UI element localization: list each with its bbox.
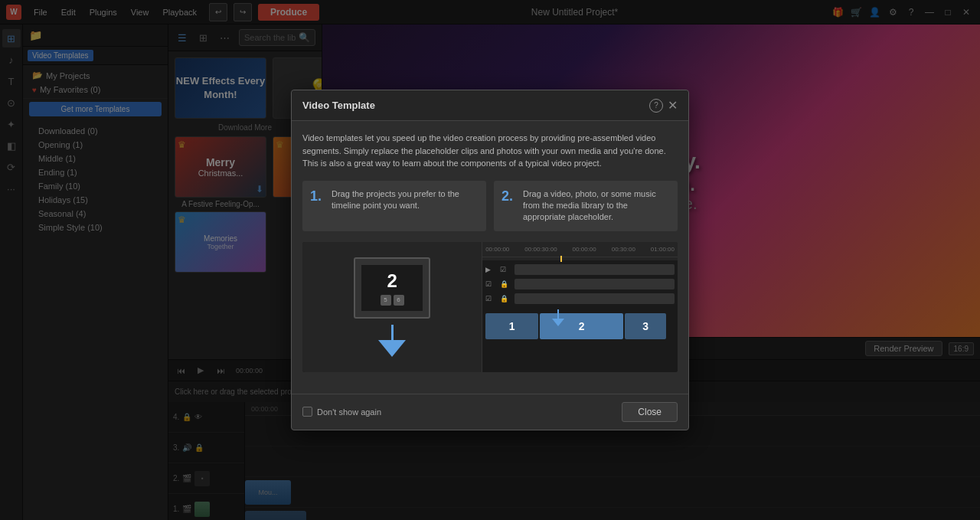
arrow-line [391, 325, 394, 340]
step1-num: 1. [310, 188, 325, 224]
modal-body: Video templates let you speed up the vid… [292, 121, 688, 394]
dont-show-container: Don't show again [302, 407, 381, 417]
arrow-down-container [378, 325, 406, 357]
mini-seg-1: 1 [485, 313, 538, 339]
thumb-inner: 2 5 6 [361, 265, 423, 311]
modal-footer: Don't show again Close [292, 394, 688, 430]
modal-preview-right: 00:00:00 00:00:30:00 00:00:00 00:30:00 0… [482, 242, 678, 372]
mini-timeline: 00:00:00 00:00:30:00 00:00:00 00:30:00 0… [482, 242, 678, 372]
modal-preview-left: 2 5 6 [302, 242, 482, 372]
modal-description: Video templates let you speed up the vid… [302, 132, 678, 170]
modal-header: Video Template ? ✕ [292, 90, 688, 121]
arrow-down [378, 340, 406, 357]
modal-preview: 2 5 6 [302, 242, 678, 372]
modal-help-button[interactable]: ? [649, 99, 663, 113]
modal-title: Video Template [302, 100, 649, 111]
step2-num: 2. [501, 188, 517, 224]
modal-steps: 1. Drag the projects you prefer to the t… [302, 181, 678, 231]
mini-ruler: 00:00:00 00:00:30:00 00:00:00 00:30:00 0… [482, 242, 678, 257]
thumb-dot-2: 6 [394, 295, 404, 306]
modal-overlay: Video Template ? ✕ Video templates let y… [0, 0, 980, 520]
dont-show-checkbox[interactable] [302, 407, 312, 417]
video-template-modal: Video Template ? ✕ Video templates let y… [291, 90, 689, 430]
thumb-number: 2 [387, 270, 397, 292]
template-thumbnail: 2 5 6 [354, 257, 430, 319]
modal-close-button[interactable]: ✕ [668, 98, 678, 113]
modal-step-2: 2. Drag a video, photo, or some music fr… [494, 181, 678, 231]
modal-close-btn[interactable]: Close [622, 402, 678, 422]
thumb-dot-1: 5 [381, 295, 391, 306]
mini-seg-3: 3 [625, 313, 666, 339]
dont-show-label: Don't show again [317, 407, 381, 417]
thumb-dots: 5 6 [381, 295, 404, 306]
step1-text: Drag the projects you prefer to the time… [332, 188, 479, 224]
modal-step-1: 1. Drag the projects you prefer to the t… [302, 181, 486, 231]
step2-text: Drag a video, photo, or some music from … [523, 188, 670, 224]
